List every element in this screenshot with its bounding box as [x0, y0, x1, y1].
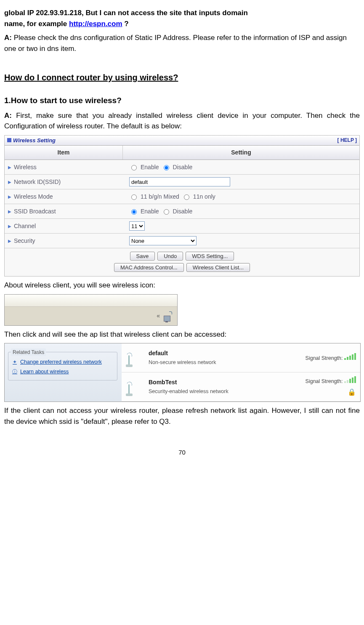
wireless-setting-panel: Wireless Setting [ HELP ] Item Setting ▶…	[4, 135, 360, 277]
q1-answer: A: First, make sure that you already ins…	[4, 110, 360, 132]
triangle-icon: ▶	[8, 194, 11, 200]
panel-box-icon	[7, 138, 11, 142]
label-disable: Disable	[173, 163, 193, 172]
related-tasks-box: Related Tasks ✦ Change preferred wireles…	[8, 352, 117, 380]
label-bc-enable: Enable	[141, 207, 159, 216]
antenna-icon	[126, 378, 143, 396]
sig-label: Signal Strength:	[306, 355, 343, 361]
page-number: 70	[4, 448, 360, 457]
link2-text: Learn about wireless	[20, 368, 69, 376]
antenna-icon	[126, 348, 143, 367]
text-after-tray: Then click and will see the ap list that…	[4, 329, 360, 340]
tray-expand-icon[interactable]: «	[157, 311, 159, 320]
triangle-icon: ▶	[8, 208, 11, 215]
label-ssid: Network ID(SSID)	[14, 178, 61, 186]
text-after-panel: About wireless client, you will see wire…	[4, 280, 360, 291]
q1-ans-text: First, make sure that you already instal…	[4, 112, 360, 130]
ap-sidebar: Related Tasks ✦ Change preferred wireles…	[5, 343, 122, 402]
mac-control-button[interactable]: MAC Address Control...	[114, 263, 184, 272]
ssid-input[interactable]	[129, 177, 230, 186]
radio-wireless-enable[interactable]	[131, 165, 137, 170]
label-channel: Channel	[14, 222, 36, 231]
label-security: Security	[14, 237, 35, 245]
triangle-icon: ▶	[8, 164, 11, 170]
help-link[interactable]: [ HELP ]	[337, 136, 357, 144]
radio-mode-mixed[interactable]	[131, 194, 137, 200]
panel-title: Wireless Setting	[13, 136, 56, 145]
taskbar-snippet: «	[4, 294, 178, 326]
ap-desc: Security-enabled wireless network	[149, 388, 266, 396]
wds-button[interactable]: WDS Setting...	[186, 252, 234, 261]
q1-title: 1.How to start to use wireless?	[4, 96, 122, 105]
row-ssid: ▶Network ID(SSID)	[5, 175, 359, 189]
row-mode: ▶Wireless Mode 11 b/g/n Mixed 11n only	[5, 189, 359, 204]
link-change-preferred[interactable]: ✦ Change preferred wireless network	[12, 358, 114, 366]
taskbar-toolbar	[5, 295, 177, 307]
radio-wireless-disable[interactable]	[164, 165, 169, 170]
ap-entry[interactable]: BombTest Security-enabled wireless netwo…	[122, 372, 360, 402]
taskbar-tray: «	[5, 307, 177, 325]
signal-bars-icon	[344, 353, 356, 360]
ap-name: BombTest	[149, 378, 266, 387]
wifi-tray-icon[interactable]	[163, 311, 172, 322]
label-mode: Wireless Mode	[14, 192, 53, 201]
label-wireless: Wireless	[14, 163, 37, 172]
prev-q-line1: global IP 202.93.91.218, But I can not a…	[4, 9, 248, 17]
info-icon: ⓘ	[12, 369, 18, 375]
ap-entry[interactable]: default Non-secure wireless network Sign…	[122, 343, 360, 372]
client-list-button[interactable]: Wireless Client List...	[186, 263, 250, 272]
q1-ans-prefix: A:	[4, 112, 12, 120]
ap-main: default Non-secure wireless network Sign…	[122, 343, 360, 402]
prev-q-line2a: name, for example	[4, 20, 69, 28]
triangle-icon: ▶	[8, 238, 11, 244]
panel-header: Item Setting	[5, 146, 359, 160]
prev-q-line2b: ?	[122, 20, 129, 28]
ans-text: Please check the dns configuration of St…	[4, 34, 347, 53]
security-select[interactable]: None	[129, 236, 197, 245]
label-mode-mixed: 11 b/g/n Mixed	[141, 192, 179, 201]
undo-button[interactable]: Undo	[157, 252, 183, 261]
triangle-icon: ▶	[8, 223, 11, 229]
label-mode-11n: 11n only	[193, 192, 215, 201]
related-tasks-legend: Related Tasks	[11, 348, 46, 356]
header-item: Item	[5, 146, 123, 160]
header-setting: Setting	[123, 146, 359, 160]
radio-mode-11n[interactable]	[184, 194, 189, 200]
radio-broadcast-enable[interactable]	[131, 209, 137, 215]
ap-name: default	[149, 349, 266, 358]
lock-icon: 🔒	[348, 387, 356, 397]
row-wireless: ▶Wireless Enable Disable	[5, 160, 359, 175]
star-icon: ✦	[12, 359, 18, 365]
signal-bars-icon	[344, 376, 356, 383]
save-button[interactable]: Save	[130, 252, 155, 261]
link1-text: Change preferred wireless network	[20, 358, 102, 366]
prev-question: global IP 202.93.91.218, But I can not a…	[4, 8, 360, 29]
row-channel: ▶Channel 11	[5, 219, 359, 234]
espn-link[interactable]: http://espn.com	[69, 20, 122, 28]
ap-list: Related Tasks ✦ Change preferred wireles…	[4, 343, 361, 402]
ans-prefix: A:	[4, 34, 12, 42]
channel-select[interactable]: 11	[129, 221, 145, 231]
radio-broadcast-disable[interactable]	[164, 209, 169, 215]
sig-label: Signal Strength:	[306, 378, 343, 384]
section-title: How do I connect router by using wireles…	[4, 73, 178, 82]
text-after-aplist: If the client can not access your wirele…	[4, 405, 360, 427]
label-broadcast: SSID Broadcast	[14, 207, 56, 216]
prev-answer: A: Please check the dns configuration of…	[4, 32, 360, 54]
row-security: ▶Security None	[5, 234, 359, 248]
triangle-icon: ▶	[8, 179, 11, 185]
link-learn-wireless[interactable]: ⓘ Learn about wireless	[12, 368, 114, 376]
label-bc-disable: Disable	[173, 207, 193, 216]
panel-titlebar: Wireless Setting [ HELP ]	[5, 136, 359, 146]
ap-desc: Non-secure wireless network	[149, 359, 266, 367]
row-broadcast: ▶SSID Broadcast Enable Disable	[5, 204, 359, 219]
panel-buttons: Save Undo WDS Setting... MAC Address Con…	[5, 248, 359, 276]
label-enable: Enable	[141, 163, 159, 172]
